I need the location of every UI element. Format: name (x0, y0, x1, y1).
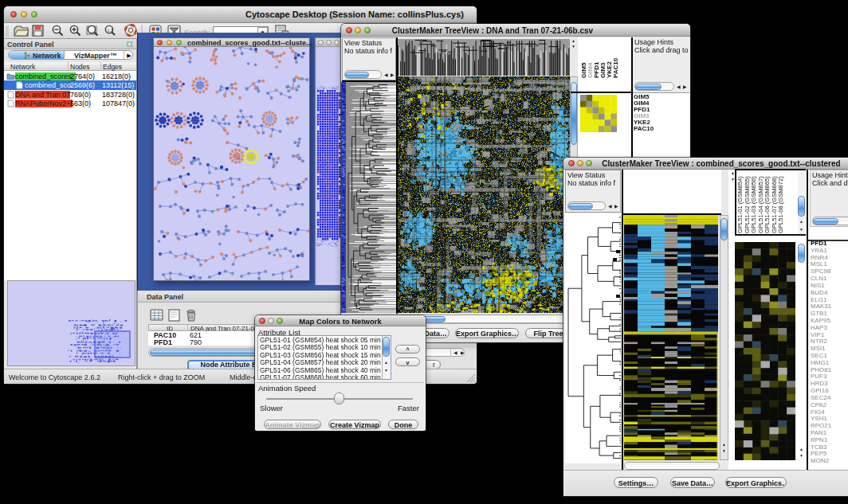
svg-text:1:1: 1:1 (108, 28, 113, 33)
